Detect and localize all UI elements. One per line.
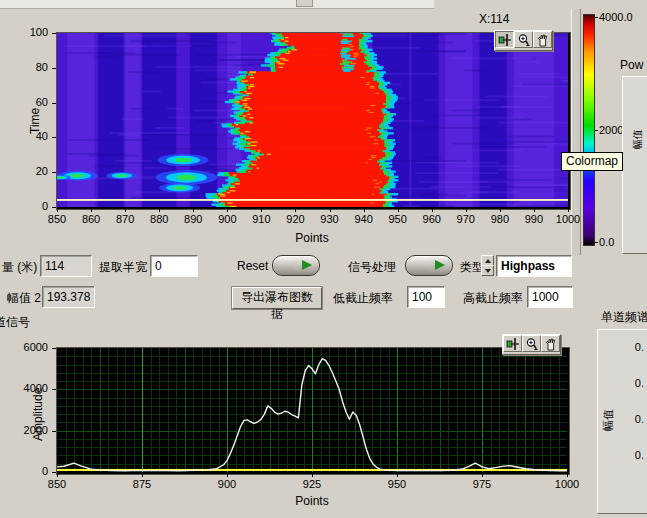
spectrogram-x-axis-label: Points	[295, 231, 328, 245]
x-tick-label: 875	[133, 478, 151, 490]
x-tick-label: 940	[354, 213, 372, 225]
y-tick-label: 4000	[18, 382, 48, 394]
pan-hand-icon	[544, 337, 558, 351]
chevron-down-icon	[485, 269, 491, 273]
type-spinner	[481, 255, 494, 276]
filter-type-input[interactable]	[496, 255, 572, 277]
spectrum-y-tick: 0.	[620, 377, 644, 389]
x-tick-label: 860	[82, 213, 100, 225]
x-tick-label: 920	[286, 213, 304, 225]
spectrum-y-axis-label: 幅值	[601, 409, 616, 431]
cursor-tool-button[interactable]	[495, 31, 514, 48]
axis-tick-mark	[398, 208, 399, 212]
axis-tick-mark	[227, 473, 228, 477]
half-width-input[interactable]	[150, 255, 198, 277]
pan-tool-button[interactable]	[533, 31, 552, 48]
signal-processing-toggle-arrow-icon	[435, 260, 445, 270]
y-tick-label: 0	[18, 465, 48, 477]
waveform-panel-title: 道信号	[0, 314, 30, 331]
labview-front-panel: X:114 Time Points	[0, 0, 647, 518]
extracted-signal-plot[interactable]	[57, 348, 567, 472]
y-tick-label: 80	[18, 61, 48, 73]
axis-tick-mark	[568, 208, 569, 212]
signal-processing-toggle[interactable]	[405, 255, 453, 276]
waveform-graph-palette	[502, 334, 561, 355]
axis-tick-mark	[193, 208, 194, 212]
axis-tick-mark	[432, 208, 433, 212]
axis-tick-mark	[364, 208, 365, 212]
axis-tick-mark	[52, 431, 56, 432]
x-tick-label: 880	[150, 213, 168, 225]
chevron-up-icon	[485, 259, 491, 263]
half-width-label: 提取半宽	[99, 259, 147, 276]
x-tick-label: 850	[48, 213, 66, 225]
position-label: 量 (米)	[2, 259, 37, 276]
axis-tick-mark	[52, 348, 56, 349]
axis-tick-mark	[312, 473, 313, 477]
axis-tick-mark	[295, 208, 296, 212]
axis-tick-mark	[482, 473, 483, 477]
x-tick-label: 930	[320, 213, 338, 225]
power-panel-title: Pow	[620, 58, 643, 72]
zoom-tool-icon	[525, 337, 539, 351]
axis-tick-mark	[52, 472, 56, 473]
power-panel: 幅值	[622, 76, 647, 254]
waterfall-spectrogram[interactable]	[57, 33, 568, 207]
reset-toggle[interactable]	[272, 255, 320, 276]
amplitude2-indicator: 193.378	[42, 286, 95, 308]
x-tick-label: 900	[218, 478, 236, 490]
spectrum-y-tick: 0.	[620, 449, 644, 461]
x-tick-label: 1000	[556, 213, 580, 225]
colorbar-tick-mark	[594, 130, 598, 131]
colorbar-tick-max: 4000.0	[599, 11, 633, 23]
axis-tick-mark	[52, 103, 56, 104]
x-tick-label: 890	[184, 213, 202, 225]
axis-tick-mark	[52, 137, 56, 138]
x-tick-label: 1000	[555, 478, 579, 490]
zoom-tool-button[interactable]	[522, 335, 541, 352]
waveform-x-axis-label: Points	[295, 494, 328, 508]
axis-tick-mark	[500, 208, 501, 212]
signal-processing-label: 信号处理	[348, 259, 396, 276]
high-cutoff-input[interactable]	[527, 286, 573, 308]
colorbar-tick-mark	[594, 17, 598, 18]
axis-tick-mark	[52, 207, 56, 208]
axis-tick-mark	[534, 208, 535, 212]
axis-tick-mark	[227, 208, 228, 212]
pan-tool-button[interactable]	[541, 335, 560, 352]
axis-tick-mark	[466, 208, 467, 212]
x-tick-label: 990	[525, 213, 543, 225]
colormap-tooltip: Colormap	[561, 152, 623, 171]
zoom-tool-icon	[517, 33, 531, 47]
x-tick-label: 850	[48, 478, 66, 490]
cursor-tool-button[interactable]	[503, 335, 522, 352]
top-window-strip	[0, 0, 434, 9]
axis-tick-mark	[142, 473, 143, 477]
export-waterfall-data-button[interactable]: 导出瀑布图数据	[232, 287, 322, 309]
y-tick-label: 2000	[18, 424, 48, 436]
cursor-tool-icon	[498, 33, 512, 47]
axis-tick-mark	[91, 208, 92, 212]
axis-tick-mark	[567, 473, 568, 477]
x-tick-label: 960	[423, 213, 441, 225]
x-tick-label: 870	[116, 213, 134, 225]
x-tick-label: 950	[388, 213, 406, 225]
axis-tick-mark	[261, 208, 262, 212]
x-tick-label: 925	[303, 478, 321, 490]
axis-tick-mark	[125, 208, 126, 212]
axis-tick-mark	[397, 473, 398, 477]
axis-tick-mark	[52, 33, 56, 34]
zoom-tool-button[interactable]	[514, 31, 533, 48]
colorbar-tick-mark	[594, 242, 598, 243]
low-cutoff-input[interactable]	[407, 286, 445, 308]
y-tick-label: 6000	[18, 341, 48, 353]
x-tick-label: 950	[388, 478, 406, 490]
type-spinner-down-button[interactable]	[481, 265, 494, 276]
low-cutoff-label: 低截止频率	[333, 290, 393, 307]
cursor-tool-icon	[506, 337, 520, 351]
x-tick-label: 900	[218, 213, 236, 225]
position-indicator: 114	[40, 255, 92, 277]
axis-tick-mark	[52, 172, 56, 173]
reset-toggle-arrow-icon	[302, 260, 312, 270]
axis-tick-mark	[57, 208, 58, 212]
